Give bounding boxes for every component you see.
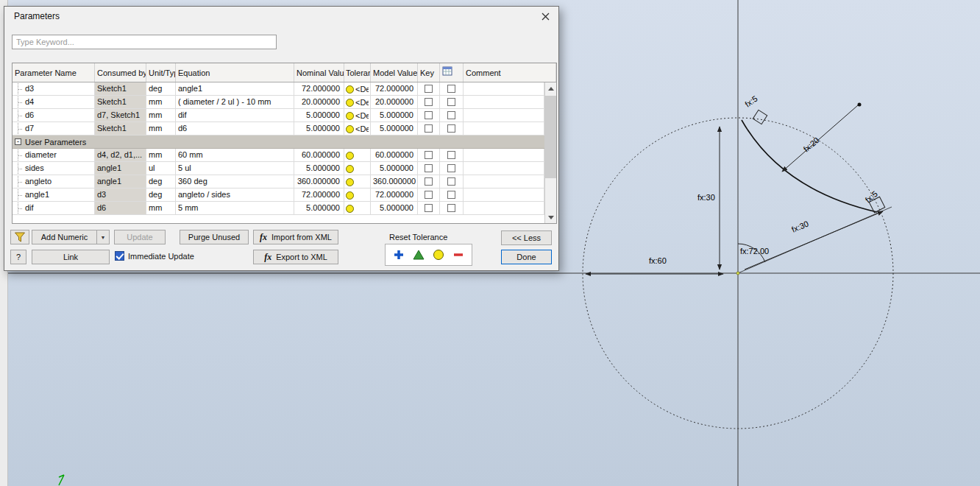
endpoint-dot[interactable] — [858, 103, 862, 107]
key-cell[interactable] — [418, 189, 440, 202]
export-checkbox[interactable] — [447, 111, 455, 119]
nominal-value-cell[interactable]: 20.000000 — [294, 96, 344, 109]
unit-type-cell[interactable]: mm — [146, 109, 176, 122]
param-name-cell[interactable]: d7 — [13, 122, 95, 135]
dialog-titlebar[interactable]: Parameters — [4, 7, 558, 26]
param-name-cell[interactable]: sides — [13, 162, 95, 175]
key-checkbox[interactable] — [425, 85, 433, 93]
tolerance-cell[interactable]: <De — [344, 82, 371, 96]
export-checkbox[interactable] — [447, 151, 455, 159]
col-nominal-value[interactable]: Nominal Value — [294, 63, 344, 82]
export-cell[interactable] — [440, 96, 464, 109]
export-cell[interactable] — [440, 162, 464, 175]
export-cell[interactable] — [440, 175, 464, 189]
model-value-cell[interactable]: 5.000000 — [371, 109, 418, 122]
key-checkbox[interactable] — [425, 177, 433, 186]
unit-type-cell[interactable]: mm — [146, 96, 176, 109]
export-cell[interactable] — [440, 149, 464, 162]
collapse-expander-icon[interactable]: - — [15, 138, 21, 145]
key-cell[interactable] — [418, 109, 440, 122]
key-checkbox[interactable] — [425, 204, 433, 212]
unit-type-cell[interactable]: ul — [146, 162, 176, 175]
equation-cell[interactable]: 360 deg — [176, 175, 294, 189]
key-cell[interactable] — [418, 149, 440, 162]
nominal-value-cell[interactable]: 5.000000 — [294, 202, 344, 215]
link-button[interactable]: Link — [32, 250, 110, 264]
param-name-cell[interactable]: diameter — [13, 149, 95, 162]
col-tolerance[interactable]: Tolerance — [344, 63, 371, 82]
param-name-cell[interactable]: d4 — [13, 96, 95, 109]
dimension-label[interactable]: fx:30 — [790, 219, 810, 233]
unit-type-cell[interactable]: mm — [146, 122, 176, 135]
chevron-down-icon[interactable]: ▼ — [96, 230, 109, 244]
dimension-label[interactable]: fx:5 — [864, 189, 879, 205]
tolerance-upper-button[interactable] — [391, 247, 407, 263]
comment-cell[interactable] — [464, 149, 544, 162]
done-button[interactable]: Done — [501, 250, 552, 264]
equation-cell[interactable]: ( diameter / 2 ul ) - 10 mm — [176, 96, 294, 109]
table-scrollbar[interactable] — [544, 82, 556, 223]
col-comment[interactable]: Comment — [464, 63, 556, 82]
model-value-cell[interactable]: 72.000000 — [371, 189, 418, 202]
equation-cell[interactable]: angleto / sides — [176, 189, 294, 202]
dimension-label[interactable]: fx:72.00 — [740, 247, 769, 256]
export-checkbox[interactable] — [447, 204, 455, 212]
col-export-parameter[interactable] — [440, 63, 464, 82]
model-value-cell[interactable]: 20.000000 — [371, 96, 418, 109]
key-cell[interactable] — [418, 202, 440, 215]
immediate-update-checkbox[interactable] — [115, 251, 124, 261]
col-key[interactable]: Key — [418, 63, 440, 82]
export-checkbox[interactable] — [447, 177, 455, 186]
dimension-label[interactable]: fx:5 — [743, 94, 759, 109]
nominal-value-cell[interactable]: 5.000000 — [294, 122, 344, 135]
filter-button[interactable] — [10, 230, 29, 244]
export-checkbox[interactable] — [447, 191, 455, 199]
unit-type-cell[interactable]: deg — [146, 82, 176, 96]
close-button[interactable] — [532, 7, 558, 26]
tolerance-nominal-button[interactable] — [430, 247, 447, 263]
col-unit-type[interactable]: Unit/Type — [146, 63, 176, 82]
nominal-value-cell[interactable]: 360.000000 — [294, 175, 344, 189]
key-checkbox[interactable] — [425, 111, 433, 119]
sketch-center-point[interactable] — [736, 272, 739, 275]
tolerance-lower-button[interactable] — [450, 247, 466, 263]
key-checkbox[interactable] — [425, 191, 433, 199]
equation-cell[interactable]: 5 ul — [176, 162, 294, 175]
import-from-xml-button[interactable]: fx Import from XML — [253, 230, 338, 244]
nominal-value-cell[interactable]: 5.000000 — [294, 109, 344, 122]
tolerance-cell[interactable] — [344, 162, 371, 175]
unit-type-cell[interactable]: mm — [146, 202, 176, 215]
col-parameter-name[interactable]: Parameter Name — [13, 63, 95, 82]
comment-cell[interactable] — [464, 189, 544, 202]
export-cell[interactable] — [440, 202, 464, 215]
unit-type-cell[interactable]: mm — [146, 149, 176, 162]
model-value-cell[interactable]: 72.000000 — [371, 82, 418, 96]
key-cell[interactable] — [418, 82, 440, 96]
purge-unused-button[interactable]: Purge Unused — [180, 230, 249, 244]
nominal-value-cell[interactable]: 72.000000 — [294, 82, 344, 96]
help-button[interactable]: ? — [10, 250, 26, 264]
model-value-cell[interactable]: 5.000000 — [371, 122, 418, 135]
dimension-label[interactable]: fx:60 — [649, 256, 667, 265]
tolerance-cell[interactable] — [344, 202, 371, 215]
export-checkbox[interactable] — [447, 164, 455, 172]
scroll-up-button[interactable] — [545, 82, 556, 94]
col-equation[interactable]: Equation — [176, 63, 294, 82]
key-cell[interactable] — [418, 175, 440, 189]
equation-cell[interactable]: dif — [176, 109, 294, 122]
tolerance-cell[interactable]: <De — [344, 96, 371, 109]
add-numeric-button[interactable]: Add Numeric ▼ — [32, 230, 110, 244]
tolerance-cell[interactable] — [344, 149, 371, 162]
model-value-cell[interactable]: 360.000000 — [371, 175, 418, 189]
equation-cell[interactable]: 60 mm — [176, 149, 294, 162]
col-consumed-by[interactable]: Consumed by — [95, 63, 146, 82]
export-cell[interactable] — [440, 82, 464, 96]
unit-type-cell[interactable]: deg — [146, 189, 176, 202]
export-checkbox[interactable] — [447, 85, 455, 93]
tolerance-cell[interactable] — [344, 175, 371, 189]
param-name-cell[interactable]: angleto — [13, 175, 95, 189]
param-name-cell[interactable]: dif — [13, 202, 95, 215]
export-cell[interactable] — [440, 109, 464, 122]
nominal-value-cell[interactable]: 5.000000 — [294, 162, 344, 175]
scroll-down-button[interactable] — [545, 211, 556, 223]
